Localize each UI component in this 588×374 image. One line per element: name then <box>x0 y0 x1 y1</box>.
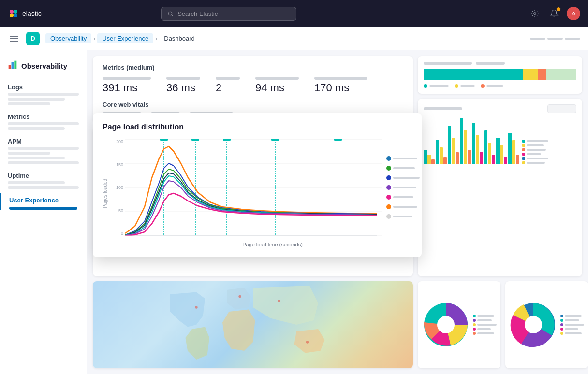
bar-segment <box>512 140 515 164</box>
legend-dot-1 <box>386 156 391 161</box>
settings-icon[interactable] <box>528 7 542 20</box>
pie-legend-item <box>473 315 497 317</box>
svg-point-12 <box>278 300 280 302</box>
legend-dot-7 <box>386 214 391 219</box>
breadcrumb-sep-2: › <box>155 35 157 42</box>
metric-item-4: 94 ms <box>255 77 299 94</box>
nav-action-line-1 <box>530 38 545 40</box>
svg-point-4 <box>168 12 172 15</box>
pie-label-line <box>565 315 582 317</box>
bar-segment <box>492 155 495 164</box>
menu-toggle[interactable] <box>8 34 20 43</box>
legend-item-7 <box>386 214 420 219</box>
metric-item-2: 36 ms <box>166 77 200 94</box>
top-navigation: elastic Search Elastic e <box>0 0 588 27</box>
svg-point-2 <box>10 14 14 17</box>
secondnav-right <box>530 38 580 40</box>
legend-row-2 <box>522 144 548 147</box>
sidebar-item-user-experience[interactable]: User Experience <box>0 193 87 210</box>
page-load-modal: Page load distribution Pages loaded 200 … <box>93 113 422 257</box>
world-map-svg <box>93 281 413 368</box>
pie-legend-2 <box>560 315 584 335</box>
bar-segment <box>472 123 475 164</box>
metric-value-5: 170 ms <box>314 82 368 94</box>
bar-group-8 <box>508 133 519 164</box>
pie-chart-1 <box>418 281 500 368</box>
sidebar-item-apm[interactable]: APM <box>0 134 87 164</box>
pie-label-line <box>477 315 494 317</box>
bar-segment <box>508 133 512 164</box>
breadcrumb-sep-1: › <box>93 35 95 42</box>
bar-chart-header <box>424 104 576 113</box>
sidebar-item-metrics[interactable]: Metrics <box>0 109 87 130</box>
breadcrumb-user-experience[interactable]: User Experience <box>97 33 153 43</box>
stacked-bar <box>424 69 576 80</box>
pie-label-line <box>477 332 494 334</box>
bar-orange <box>538 69 546 80</box>
pie-legend-item <box>560 328 584 331</box>
search-bar[interactable]: Search Elastic <box>161 7 296 21</box>
pie-legend-item <box>560 323 584 326</box>
legend-dot-yellow <box>455 84 458 88</box>
chart-inner: 200 150 100 50 0 <box>111 139 420 247</box>
search-placeholder: Search Elastic <box>177 10 218 17</box>
legend-color-5 <box>522 157 525 160</box>
bar-segment <box>456 152 459 164</box>
elastic-logo-icon <box>8 8 19 19</box>
svg-point-10 <box>195 306 197 308</box>
svg-rect-31 <box>271 139 279 141</box>
legend-dot-teal <box>424 84 427 88</box>
legend-dot-2 <box>386 166 391 171</box>
pie-label-line <box>477 319 492 321</box>
notifications-icon[interactable] <box>547 7 561 20</box>
right-column <box>418 56 582 368</box>
world-map <box>93 281 413 368</box>
svg-point-1 <box>14 10 17 14</box>
svg-rect-29 <box>191 139 199 141</box>
pie-dot <box>560 328 563 331</box>
elastic-logo[interactable]: elastic <box>8 8 42 19</box>
sidebar-line <box>8 161 79 164</box>
legend-item-6 <box>386 204 420 209</box>
pie-label-line <box>477 324 497 326</box>
metrics-title: Metrics (medium) <box>103 64 403 71</box>
pie-chart-2-svg <box>509 301 558 349</box>
bar-teal <box>424 69 523 80</box>
svg-rect-9 <box>14 61 16 69</box>
app-badge: D <box>26 32 40 45</box>
legend-row-6 <box>522 161 548 164</box>
bar-chart-card <box>418 99 582 276</box>
legend-label-line <box>429 85 449 87</box>
sidebar-uptime-lines <box>0 181 87 189</box>
pie-chart-1-svg <box>422 301 470 349</box>
y-tick: 0 <box>121 231 123 236</box>
bar-group-1 <box>424 150 435 164</box>
y-tick: 100 <box>116 185 123 190</box>
legend-row-5 <box>522 157 548 160</box>
bar-chart-container <box>424 116 576 164</box>
pie-legend-item <box>560 319 584 322</box>
pie-label-line <box>565 319 579 321</box>
legend-row-1 <box>522 140 548 143</box>
legend-orange <box>481 84 503 88</box>
pie-label-line <box>477 328 491 330</box>
sidebar-item-uptime[interactable]: Uptime <box>0 168 87 189</box>
search-icon <box>167 11 174 17</box>
modal-title: Page load distribution <box>103 123 412 131</box>
legend-item-2 <box>386 166 420 171</box>
chart-wrapper: Pages loaded 200 150 100 50 0 <box>103 139 412 247</box>
metric-item-5: 170 ms <box>314 77 368 94</box>
y-tick: 200 <box>116 139 123 144</box>
legend-text-2 <box>393 167 415 169</box>
sidebar: Observability Logs Metrics APM <box>0 50 87 374</box>
legend-dot-6 <box>386 204 391 209</box>
bar-segment <box>448 126 451 164</box>
sidebar-item-logs[interactable]: Logs <box>0 80 87 105</box>
svg-point-11 <box>238 295 241 298</box>
legend-text-3 <box>393 177 420 179</box>
breadcrumb-observability[interactable]: Observability <box>45 33 91 43</box>
chart-dropdown[interactable] <box>547 104 576 113</box>
pie-legend-item <box>473 319 497 322</box>
user-avatar[interactable]: e <box>567 7 580 20</box>
breadcrumb: Observability › User Experience › Dashbo… <box>45 33 200 43</box>
